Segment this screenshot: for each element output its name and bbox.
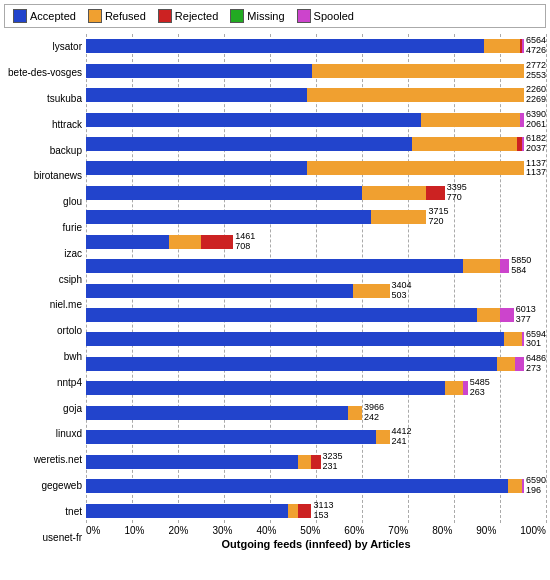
- bar-value-label: 61822037: [526, 134, 546, 154]
- bar-row: 1461708: [86, 233, 546, 251]
- y-label: tnet: [4, 506, 82, 517]
- bar-segment-refused: [169, 235, 201, 249]
- bar-segment-accepted: [86, 39, 484, 53]
- bar-segment-accepted: [86, 308, 477, 322]
- bar-row: 22602269: [86, 86, 546, 104]
- bar-segment-accepted: [86, 210, 371, 224]
- y-label: furie: [4, 222, 82, 233]
- bar-row: 3235231: [86, 453, 546, 471]
- legend-label: Rejected: [175, 10, 218, 22]
- legend: AcceptedRefusedRejectedMissingSpooled: [4, 4, 546, 28]
- y-label: gegeweb: [4, 480, 82, 491]
- bar-segment-rejected: [311, 455, 320, 469]
- bar-segment-refused: [312, 64, 524, 78]
- bar-value-label: 1461708: [235, 232, 255, 252]
- grid-line: [454, 34, 455, 523]
- x-axis-label: 20%: [168, 525, 188, 536]
- y-label: usenet-fr: [4, 532, 82, 543]
- bar-value-label: 4412241: [392, 427, 412, 447]
- grid-line: [500, 34, 501, 523]
- legend-label: Missing: [247, 10, 284, 22]
- y-label: weretis.net: [4, 454, 82, 465]
- bar-segment-rejected: [298, 504, 312, 518]
- y-label: ortolo: [4, 325, 82, 336]
- y-label: goja: [4, 403, 82, 414]
- bar-row: 6590196: [86, 477, 546, 495]
- bar-row: 5850584: [86, 257, 546, 275]
- bar-row: 6013377: [86, 306, 546, 324]
- bar-value-label: 3395770: [447, 183, 467, 203]
- missing-swatch: [230, 9, 244, 23]
- bar-row: 27722553: [86, 62, 546, 80]
- bar-row: 3395770: [86, 184, 546, 202]
- legend-label: Refused: [105, 10, 146, 22]
- bar-segment-refused: [376, 430, 390, 444]
- bar-segment-accepted: [86, 479, 508, 493]
- bar-segment-refused: [362, 186, 426, 200]
- bar-row: 4412241: [86, 428, 546, 446]
- grid-line: [408, 34, 409, 523]
- bar-row: 5485263: [86, 379, 546, 397]
- bar-segment-spooled: [463, 381, 468, 395]
- bar-segment-refused: [445, 381, 463, 395]
- bar-segment-accepted: [86, 357, 497, 371]
- legend-item-refused: Refused: [88, 9, 146, 23]
- y-axis-labels: lysatorbete-des-vosgestsukubahttrackback…: [4, 34, 86, 550]
- legend-item-missing: Missing: [230, 9, 284, 23]
- bar-segment-spooled: [520, 113, 524, 127]
- bar-value-label: 63902061: [526, 110, 546, 130]
- bar-row: 6486273: [86, 355, 546, 373]
- bar-segment-spooled: [515, 357, 524, 371]
- bar-segment-refused: [353, 284, 390, 298]
- bar-segment-accepted: [86, 137, 412, 151]
- bar-row: 3113153: [86, 502, 546, 520]
- bar-segment-spooled: [522, 332, 524, 346]
- y-label: bete-des-vosges: [4, 67, 82, 78]
- accepted-swatch: [13, 9, 27, 23]
- bars-and-x: 6564472627722553226022696390206161822037…: [86, 34, 546, 550]
- bar-segment-refused: [307, 161, 524, 175]
- rejected-swatch: [158, 9, 172, 23]
- bar-segment-refused: [371, 210, 426, 224]
- y-label: nntp4: [4, 377, 82, 388]
- bar-segment-rejected: [426, 186, 444, 200]
- grid-line: [546, 34, 547, 523]
- grid-line: [178, 34, 179, 523]
- bar-segment-refused: [504, 332, 522, 346]
- x-axis-label: 40%: [256, 525, 276, 536]
- bar-segment-refused: [348, 406, 362, 420]
- grid-line: [362, 34, 363, 523]
- legend-label: Spooled: [314, 10, 354, 22]
- bar-segment-accepted: [86, 88, 307, 102]
- x-axis-label: 30%: [212, 525, 232, 536]
- grid-lines: [86, 34, 546, 523]
- bar-segment-spooled: [522, 479, 524, 493]
- x-axis-label: 50%: [300, 525, 320, 536]
- bar-segment-refused: [463, 259, 500, 273]
- x-axis-title: Outgoing feeds (innfeed) by Articles: [86, 536, 546, 550]
- bar-segment-refused: [484, 39, 519, 53]
- y-label: linuxd: [4, 428, 82, 439]
- bar-segment-accepted: [86, 332, 504, 346]
- x-axis-label: 100%: [520, 525, 546, 536]
- x-axis-label: 60%: [344, 525, 364, 536]
- x-axis-label: 80%: [432, 525, 452, 536]
- bar-segment-accepted: [86, 284, 353, 298]
- bar-segment-refused: [421, 113, 519, 127]
- bar-segment-accepted: [86, 64, 312, 78]
- y-label: csiph: [4, 274, 82, 285]
- bar-row: 6594301: [86, 330, 546, 348]
- bar-row: 61822037: [86, 135, 546, 153]
- bar-segment-accepted: [86, 161, 307, 175]
- refused-swatch: [88, 9, 102, 23]
- y-label: backup: [4, 145, 82, 156]
- bar-value-label: 65644726: [526, 36, 546, 56]
- bar-value-label: 6486273: [526, 354, 546, 374]
- bars-area: 6564472627722553226022696390206161822037…: [86, 34, 546, 523]
- bar-value-label: 6594301: [526, 330, 546, 350]
- bar-segment-refused: [497, 357, 515, 371]
- bar-segment-accepted: [86, 406, 348, 420]
- y-label: izac: [4, 248, 82, 259]
- bar-value-label: 3404503: [392, 281, 412, 301]
- bar-value-label: 3966242: [364, 403, 384, 423]
